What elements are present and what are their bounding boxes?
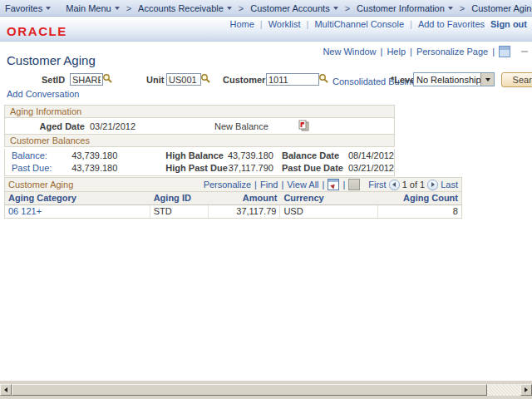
search-button[interactable]: Search (501, 72, 532, 87)
currency-cell: USD (280, 205, 378, 218)
setid-label: SetID (42, 75, 65, 85)
link-separator: | (260, 19, 263, 29)
worklist-link[interactable]: Worklist (268, 19, 301, 29)
breadcrumb-bar: Favorites Main Menu > Accounts Receivabl… (0, 0, 532, 17)
chevron-down-icon (46, 7, 51, 10)
favorites-label: Favorites (5, 3, 42, 13)
setid-lookup-icon[interactable] (102, 73, 113, 86)
aging-count-cell: 8 (378, 205, 461, 218)
level-select-value: No Relationship (414, 75, 480, 85)
breadcrumb-accounts-receivable[interactable]: Accounts Receivable (133, 0, 237, 16)
breadcrumb-separator: > (237, 3, 245, 13)
breadcrumb-customer-accounts[interactable]: Customer Accounts (245, 0, 342, 16)
link-separator: | (410, 47, 412, 57)
breadcrumb-label: Customer Aging (471, 3, 532, 13)
aging-information-header: Aging Information (4, 105, 395, 118)
unit-input[interactable] (166, 73, 201, 86)
link-separator: | (381, 47, 383, 57)
select-dropdown-button[interactable] (480, 73, 494, 86)
view-all-link[interactable]: View All (287, 180, 318, 190)
grid-title: Customer Aging (8, 180, 73, 190)
help-link[interactable]: Help (387, 47, 406, 57)
scroll-right-button[interactable] (520, 384, 532, 396)
high-balance-value: 43,739.180 (228, 149, 273, 161)
http-window-icon[interactable] (499, 46, 510, 57)
breadcrumb-customer-aging[interactable]: Customer Aging (466, 0, 532, 16)
aged-date-label: Aged Date (38, 121, 85, 131)
column-header-aging-category: Aging Category (5, 192, 150, 204)
grid-title-bar: Customer Aging Personalize | Find | View… (4, 177, 462, 192)
grid-header-row: Aging Category Aging ID Amount Currency … (4, 192, 462, 205)
add-conversation-link[interactable]: Add Conversation (7, 89, 79, 99)
customer-balances-body: Balance: 43,739.180 High Balance 43,739.… (4, 149, 395, 176)
window-footer (0, 381, 532, 399)
branding-header: ORACLE Home | Worklist | MultiChannel Co… (0, 17, 532, 42)
aging-id-cell: STD (150, 205, 209, 218)
link-separator: | (254, 180, 257, 190)
home-link[interactable]: Home (229, 19, 254, 29)
balance-date-value: 08/14/2012 (343, 149, 394, 161)
header-links: Home | Worklist | MultiChannel Console |… (229, 19, 527, 29)
breadcrumb-label: Accounts Receivable (138, 3, 224, 13)
last-link[interactable]: Last (441, 180, 458, 190)
customer-balances-groupbox: Customer Balances Balance: 43,739.180 Hi… (4, 134, 395, 176)
past-due-date-label: Past Due Date (273, 161, 343, 174)
past-due-row: Past Due: 43,739.180 High Past Due 37,11… (5, 161, 394, 174)
balance-date-label: Balance Date (273, 149, 343, 161)
unit-lookup-icon[interactable] (200, 73, 211, 86)
scrollbar-thumb[interactable] (12, 384, 487, 396)
chevron-down-icon (333, 7, 338, 10)
aging-category-link[interactable]: 06 121+ (8, 206, 42, 216)
balance-row: Balance: 43,739.180 High Balance 43,739.… (5, 149, 394, 161)
table-row: 06 121+ STD 37,117.79 USD 8 (4, 205, 462, 219)
download-to-excel-icon[interactable] (328, 179, 339, 190)
next-row-button[interactable] (427, 180, 438, 190)
scroll-left-button[interactable] (0, 384, 12, 396)
breadcrumb-customer-information[interactable]: Customer Information (352, 0, 458, 16)
customer-balances-table: Balance: 43,739.180 High Balance 43,739.… (5, 149, 394, 174)
high-balance-label: High Balance (117, 149, 228, 161)
previous-row-button[interactable] (389, 180, 400, 190)
breadcrumb-separator: > (458, 3, 466, 13)
menu-favorites[interactable]: Favorites (0, 0, 56, 16)
aged-date-value: 03/21/2012 (90, 121, 135, 131)
breadcrumb-separator: > (343, 3, 352, 13)
high-past-due-label: High Past Due (117, 161, 228, 174)
unit-label: Unit (146, 75, 164, 85)
past-due-date-value: 03/21/2012 (343, 161, 394, 174)
customer-input[interactable] (266, 73, 319, 86)
column-header-amount: Amount (209, 192, 281, 204)
personalize-page-link[interactable]: Personalize Page (416, 47, 488, 57)
first-link[interactable]: First (368, 180, 386, 190)
personalize-link[interactable]: Personalize (204, 180, 251, 190)
grid-toolbar: Personalize | Find | View All | | (204, 179, 361, 190)
breadcrumb-separator: > (125, 3, 133, 13)
high-past-due-value: 37,117.790 (228, 161, 273, 174)
new-window-link[interactable]: New Window (323, 47, 376, 57)
arrow-left-icon (4, 387, 7, 392)
link-separator: | (410, 19, 412, 29)
scrollbar-track[interactable] (487, 384, 520, 396)
chevron-down-icon (485, 78, 490, 81)
grid-pager: First 1 of 1 Last (368, 180, 458, 190)
aging-information-groupbox: Aging Information Aged Date 03/21/2012 N… (4, 105, 395, 136)
grid-zoom-icon[interactable] (348, 179, 360, 190)
link-separator: | (307, 19, 309, 29)
multichannel-console-link[interactable]: MultiChannel Console (314, 19, 404, 29)
new-balance-refresh-icon[interactable] (298, 120, 309, 133)
menu-main-menu[interactable]: Main Menu (61, 0, 124, 16)
sign-out-link[interactable]: Sign out (490, 19, 527, 29)
customer-lookup-icon[interactable] (318, 73, 329, 86)
balance-link[interactable]: Balance: (12, 150, 47, 160)
link-separator: | (492, 47, 495, 57)
level-select[interactable]: No Relationship (413, 72, 495, 86)
new-balance-label: New Balance (214, 121, 268, 131)
page-action-bar: New Window | Help | Personalize Page | (323, 46, 528, 57)
find-link[interactable]: Find (260, 180, 278, 190)
past-due-link[interactable]: Past Due: (12, 163, 52, 173)
setid-input[interactable] (70, 73, 103, 86)
add-to-favorites-link[interactable]: Add to Favorites (418, 19, 485, 29)
search-criteria-row: SetID Unit Customer Consolidated Busines… (0, 72, 532, 89)
chevron-down-icon (115, 7, 120, 10)
oracle-logo: ORACLE (7, 24, 67, 38)
